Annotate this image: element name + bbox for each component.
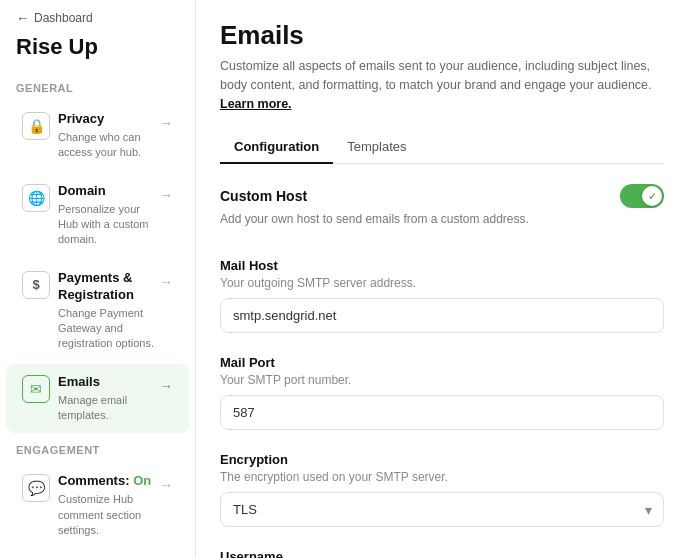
- username-label: Username: [220, 549, 664, 558]
- encryption-select[interactable]: TLS SSL None: [220, 492, 664, 527]
- domain-desc: Personalize your Hub with a custom domai…: [58, 202, 155, 248]
- sidebar-item-achievements[interactable]: 🏆 Achievements Reward your audience for …: [6, 550, 189, 558]
- sidebar-item-domain-content: Domain Personalize your Hub with a custo…: [58, 183, 155, 248]
- custom-host-header: Custom Host ✓: [220, 184, 664, 208]
- payments-title: Payments & Registration: [58, 270, 155, 304]
- back-button[interactable]: ← Dashboard: [0, 0, 195, 32]
- encryption-select-wrap: TLS SSL None ▾: [220, 492, 664, 527]
- sidebar-item-comments-content: Comments: On Customize Hub comment secti…: [58, 473, 155, 538]
- sidebar-item-emails-content: Emails Manage email templates.: [58, 374, 155, 424]
- mail-port-label: Mail Port: [220, 355, 664, 370]
- email-icon: ✉: [22, 375, 50, 403]
- learn-more-link[interactable]: Learn more.: [220, 97, 292, 111]
- username-section: Username The email address you use to lo…: [220, 549, 664, 558]
- payments-arrow-icon: →: [159, 274, 173, 290]
- comments-arrow-icon: →: [159, 477, 173, 493]
- domain-arrow-icon: →: [159, 187, 173, 203]
- custom-host-title: Custom Host: [220, 188, 307, 204]
- back-arrow-icon: ←: [16, 10, 30, 26]
- encryption-sub: The encryption used on your SMTP server.: [220, 470, 664, 484]
- privacy-title: Privacy: [58, 111, 155, 128]
- page-title: Emails: [220, 20, 664, 51]
- encryption-label: Encryption: [220, 452, 664, 467]
- comments-status: On: [133, 473, 151, 488]
- emails-arrow-icon: →: [159, 378, 173, 394]
- mail-host-section: Mail Host Your outgoing SMTP server addr…: [220, 258, 664, 333]
- encryption-section: Encryption The encryption used on your S…: [220, 452, 664, 527]
- emails-title: Emails: [58, 374, 155, 391]
- privacy-desc: Change who can access your hub.: [58, 130, 155, 161]
- globe-icon: 🌐: [22, 184, 50, 212]
- mail-host-label: Mail Host: [220, 258, 664, 273]
- mail-host-sub: Your outgoing SMTP server address.: [220, 276, 664, 290]
- payments-icon: $: [22, 271, 50, 299]
- emails-desc: Manage email templates.: [58, 393, 155, 424]
- sidebar-title: Rise Up: [0, 32, 195, 72]
- mail-port-input[interactable]: [220, 395, 664, 430]
- main-content: Emails Customize all aspects of emails s…: [196, 0, 688, 558]
- sidebar-item-payments-content: Payments & Registration Change Payment G…: [58, 270, 155, 352]
- back-label: Dashboard: [34, 11, 93, 25]
- mail-host-input[interactable]: [220, 298, 664, 333]
- payments-desc: Change Payment Gateway and registration …: [58, 306, 155, 352]
- domain-title: Domain: [58, 183, 155, 200]
- tabs-bar: Configuration Templates: [220, 131, 664, 164]
- tab-configuration[interactable]: Configuration: [220, 131, 333, 164]
- sidebar-item-domain[interactable]: 🌐 Domain Personalize your Hub with a cus…: [6, 173, 189, 258]
- lock-icon: 🔒: [22, 112, 50, 140]
- tab-templates[interactable]: Templates: [333, 131, 420, 164]
- mail-port-sub: Your SMTP port number.: [220, 373, 664, 387]
- comments-icon: 💬: [22, 474, 50, 502]
- general-section-label: General: [0, 72, 195, 100]
- mail-port-section: Mail Port Your SMTP port number.: [220, 355, 664, 430]
- sidebar: ← Dashboard Rise Up General 🔒 Privacy Ch…: [0, 0, 196, 558]
- sidebar-item-emails[interactable]: ✉ Emails Manage email templates. →: [6, 364, 189, 434]
- custom-host-section: Custom Host ✓ Add your own host to send …: [220, 184, 664, 236]
- toggle-check-icon: ✓: [648, 191, 656, 202]
- toggle-knob: ✓: [642, 186, 662, 206]
- engagement-section-label: Engagement: [0, 434, 195, 462]
- page-description: Customize all aspects of emails sent to …: [220, 57, 660, 113]
- sidebar-item-privacy-content: Privacy Change who can access your hub.: [58, 111, 155, 161]
- comments-desc: Customize Hub comment section settings.: [58, 492, 155, 538]
- comments-title: Comments: On: [58, 473, 155, 490]
- sidebar-item-comments[interactable]: 💬 Comments: On Customize Hub comment sec…: [6, 463, 189, 548]
- sidebar-item-privacy[interactable]: 🔒 Privacy Change who can access your hub…: [6, 101, 189, 171]
- privacy-arrow-icon: →: [159, 115, 173, 131]
- custom-host-toggle[interactable]: ✓: [620, 184, 664, 208]
- sidebar-item-payments[interactable]: $ Payments & Registration Change Payment…: [6, 260, 189, 362]
- custom-host-desc: Add your own host to send emails from a …: [220, 212, 664, 226]
